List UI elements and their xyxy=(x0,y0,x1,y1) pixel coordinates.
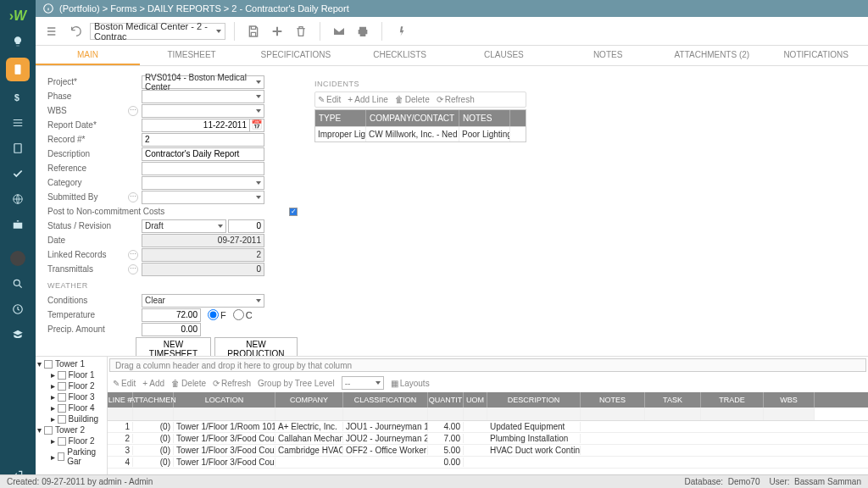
dollar-icon[interactable]: $ xyxy=(0,85,36,110)
record-selector[interactable]: Boston Medical Center - 2 - Contrac xyxy=(90,23,225,40)
tree-item[interactable]: ▾ Tower 1 xyxy=(37,358,105,369)
tab-specifications[interactable]: SPECIFICATIONS xyxy=(244,46,348,65)
col-header[interactable]: CLASSIFICATION xyxy=(343,392,428,408)
col-header[interactable]: QUANTIT xyxy=(428,392,464,408)
grid-delete-button[interactable]: 🗑 Delete xyxy=(171,379,206,388)
temp-f-radio[interactable] xyxy=(208,309,219,320)
col-header[interactable]: WBS xyxy=(764,392,815,408)
tab-attachments[interactable]: ATTACHMENTS (2) xyxy=(660,46,765,65)
new-timesheet-button[interactable]: NEW TIMESHEET xyxy=(136,337,211,357)
col-filter[interactable] xyxy=(464,408,487,420)
logo-icon[interactable]: ›W xyxy=(0,3,36,29)
col-filter[interactable] xyxy=(133,408,174,420)
grid-row[interactable]: 4(0)Tower 1/Floor 3/Food Court/Mez0.00 xyxy=(108,457,868,469)
save-icon[interactable] xyxy=(243,21,264,42)
wbs-more[interactable]: ⋯ xyxy=(128,106,138,116)
col-filter[interactable] xyxy=(764,408,815,420)
action-icon[interactable] xyxy=(391,21,411,42)
col-filter[interactable] xyxy=(581,408,645,420)
tab-clauses[interactable]: CLAUSES xyxy=(452,46,556,65)
col-header[interactable]: ATTACHMEN xyxy=(133,392,174,408)
new-production-button[interactable]: NEW PRODUCTION xyxy=(214,337,298,357)
tree-item[interactable]: ▾ Tower 2 xyxy=(37,424,105,435)
description-field[interactable] xyxy=(142,147,264,161)
tree-item[interactable]: ▸ Floor 2 xyxy=(37,435,105,446)
grid-refresh-button[interactable]: ⟳ Refresh xyxy=(213,379,251,388)
submittedby-more[interactable]: ⋯ xyxy=(128,192,138,202)
delete-icon[interactable] xyxy=(291,21,311,42)
tab-main[interactable]: MAIN xyxy=(36,46,140,65)
temp-c-radio[interactable] xyxy=(233,309,244,320)
col-filter[interactable] xyxy=(487,408,581,420)
col-filter[interactable] xyxy=(701,408,764,420)
linked-more[interactable]: ⋯ xyxy=(128,250,138,260)
col-filter[interactable] xyxy=(108,408,133,420)
mail-icon[interactable] xyxy=(329,21,349,42)
add-icon[interactable] xyxy=(267,21,287,42)
temperature-field[interactable] xyxy=(142,308,201,322)
recordnum-field[interactable] xyxy=(142,133,264,147)
tree-item[interactable]: ▸ Building xyxy=(37,413,105,424)
incident-row[interactable]: Improper LightiCW Millwork, Inc. - Ned F… xyxy=(315,126,526,141)
grid-add-button[interactable]: + Add xyxy=(142,379,164,388)
col-header[interactable]: TRADE xyxy=(701,392,764,408)
col-header[interactable]: DESCRIPTION xyxy=(487,392,581,408)
tree-item[interactable]: ▸ Floor 1 xyxy=(37,369,105,380)
col-header[interactable]: LOCATION xyxy=(174,392,275,408)
list-icon[interactable] xyxy=(0,110,36,136)
calendar-icon[interactable]: 📅 xyxy=(250,119,264,132)
col-header[interactable]: UOM xyxy=(464,392,487,408)
wbs-field[interactable] xyxy=(142,104,264,118)
briefcase-icon[interactable] xyxy=(0,212,36,237)
col-filter[interactable] xyxy=(645,408,701,420)
print-icon[interactable] xyxy=(353,21,373,42)
clipboard-icon[interactable] xyxy=(6,58,30,81)
conditions-field[interactable]: Clear xyxy=(142,294,264,308)
tab-notes[interactable]: NOTES xyxy=(556,46,660,65)
precip-field[interactable] xyxy=(142,323,201,336)
status-field[interactable]: Draft xyxy=(142,219,226,233)
tree-item[interactable]: ▸ Floor 3 xyxy=(37,391,105,402)
grid-row[interactable]: 3(0)Tower 1/Floor 3/Food Court/ManCambri… xyxy=(108,445,868,457)
col-header[interactable]: NOTES xyxy=(581,392,645,408)
col-filter[interactable] xyxy=(174,408,275,420)
grid-row[interactable]: 1(0)Tower 1/Floor 1/Room 101A+ Electric,… xyxy=(108,421,868,433)
grid-layouts-button[interactable]: ▦ Layouts xyxy=(391,379,430,388)
postnc-checkbox[interactable]: ✓ xyxy=(289,208,298,216)
col-filter[interactable] xyxy=(343,408,428,420)
col-filter[interactable] xyxy=(275,408,343,420)
avatar-icon[interactable] xyxy=(0,246,36,271)
inc-refresh-button[interactable]: ⟳ Refresh xyxy=(437,95,475,104)
grid-row[interactable]: 2(0)Tower 1/Floor 3/Food CourtCallahan M… xyxy=(108,433,868,445)
tab-checklists[interactable]: CHECKLISTS xyxy=(348,46,452,65)
tree-item[interactable]: ▸ Floor 2 xyxy=(37,380,105,391)
transmittals-more[interactable]: ⋯ xyxy=(128,264,138,274)
tab-notifications[interactable]: NOTIFICATIONS xyxy=(764,46,868,65)
group-level-select[interactable]: -- xyxy=(342,376,384,390)
tablet-icon[interactable] xyxy=(0,136,36,161)
tab-timesheet[interactable]: TIMESHEET xyxy=(140,46,244,65)
info-icon[interactable] xyxy=(42,3,54,14)
project-field[interactable]: RVS0104 - Boston Medical Center xyxy=(142,75,264,89)
graduation-icon[interactable] xyxy=(0,322,36,347)
col-filter[interactable] xyxy=(428,408,464,420)
history-icon[interactable] xyxy=(0,297,36,322)
tree-item[interactable]: ▸ Parking Gar xyxy=(37,446,105,467)
search-icon[interactable] xyxy=(0,271,36,297)
col-header[interactable]: COMPANY xyxy=(275,392,343,408)
reportdate-field[interactable] xyxy=(142,119,250,132)
lightbulb-icon[interactable] xyxy=(0,29,36,54)
grid-edit-button[interactable]: ✎ Edit xyxy=(113,379,136,388)
undo-icon[interactable] xyxy=(66,21,86,42)
tree-item[interactable]: ▸ Floor 4 xyxy=(37,402,105,413)
reference-field[interactable] xyxy=(142,162,264,175)
col-header[interactable]: TASK xyxy=(645,392,701,408)
check-icon[interactable] xyxy=(0,161,36,186)
menu-icon[interactable] xyxy=(42,21,63,42)
submittedby-field[interactable] xyxy=(142,191,264,204)
category-field[interactable] xyxy=(142,176,264,190)
group-drop-zone[interactable]: Drag a column header and drop it here to… xyxy=(109,358,866,372)
phase-field[interactable] xyxy=(142,90,264,103)
inc-delete-button[interactable]: 🗑 Delete xyxy=(395,95,430,104)
inc-edit-button[interactable]: ✎ Edit xyxy=(318,95,341,104)
